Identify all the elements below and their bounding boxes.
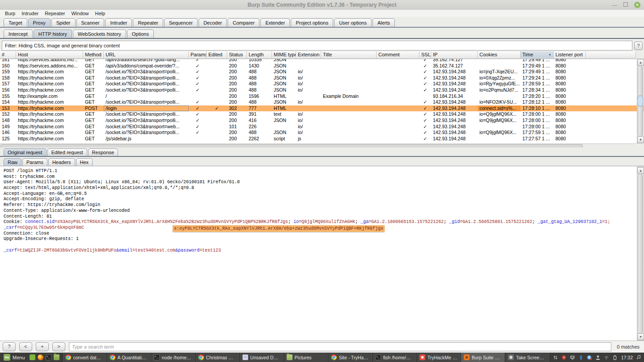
menu-window[interactable]: Window <box>68 10 92 17</box>
menu-intruder[interactable]: Intruder <box>18 10 42 17</box>
column-header-comment[interactable]: Comment <box>377 51 419 58</box>
battery-icon[interactable] <box>612 355 618 360</box>
show-desktop-icon[interactable] <box>30 354 35 360</box>
column-header-length[interactable]: Length <box>247 51 272 58</box>
tab-sequencer[interactable]: Sequencer <box>164 18 198 27</box>
menu-burp[interactable]: Burp <box>2 10 18 17</box>
table-row-146[interactable]: 146https://tryhackme.comGET/socket.io/?E… <box>0 130 644 136</box>
scroll-up-icon[interactable]: ▲ <box>637 59 644 66</box>
terminal-icon[interactable] <box>46 354 51 360</box>
user-icon[interactable] <box>595 355 601 360</box>
scroll-grip[interactable] <box>637 95 644 107</box>
tab-intruder[interactable]: Intruder <box>105 18 132 27</box>
task-button-unsaved-docu[interactable]: Unsaved Docu... <box>239 353 284 362</box>
skype-icon[interactable]: S <box>587 355 592 360</box>
search-next-button[interactable]: > <box>52 342 65 351</box>
network-arrows-icon[interactable] <box>553 355 558 360</box>
search-prev-button[interactable]: < <box>19 342 32 351</box>
table-row-154[interactable]: 154https://tryhackme.comGET/socket.io/?E… <box>0 99 644 105</box>
column-header-listener-port[interactable]: Listener port <box>554 51 586 58</box>
column-header-params[interactable]: Params <box>189 51 207 58</box>
table-vertical-scrollbar[interactable]: ▲ ▼ <box>637 59 644 143</box>
task-button-take-screenshot[interactable]: Take Screenshot <box>505 353 549 362</box>
viewtab-hex[interactable]: Hex <box>76 158 93 166</box>
table-row-158[interactable]: 158https://tryhackme.comGET/socket.io/?E… <box>0 75 644 81</box>
column-header-ip[interactable]: IP <box>431 51 478 58</box>
tab-repeater[interactable]: Repeater <box>133 18 163 27</box>
minimize-icon[interactable]: — <box>612 3 617 8</box>
table-row-156[interactable]: 156https://tryhackme.comGET/socket.io/?E… <box>0 87 644 93</box>
table-row-161[interactable]: 161https://services.addons.mo...GET/api/… <box>0 59 644 63</box>
task-button-a-quantitative-a[interactable]: A Quantitative A... <box>106 353 151 362</box>
editor-scroll-thumb[interactable] <box>638 173 643 334</box>
scroll-up-icon[interactable]: ▲ <box>637 167 644 174</box>
table-row-155[interactable]: 155http://example.comGET/2001596HTMLExam… <box>0 93 644 100</box>
tab-scanner[interactable]: Scanner <box>76 18 105 27</box>
menu-repeater[interactable]: Repeater <box>42 10 68 17</box>
firefox-icon[interactable] <box>38 354 43 360</box>
tab-proxy[interactable]: Proxy <box>28 18 51 27</box>
table-row-149[interactable]: 149https://tryhackme.comGET/socket.io/?E… <box>0 124 644 130</box>
tab-decoder[interactable]: Decoder <box>199 18 227 27</box>
tab-alerts[interactable]: Alerts <box>373 18 395 27</box>
close-icon[interactable]: ✕ <box>634 2 640 8</box>
table-row-159[interactable]: 159https://tryhackme.comGET/socket.io/?E… <box>0 69 644 75</box>
column-header-ssl[interactable]: SSL <box>419 51 431 58</box>
maximize-icon[interactable] <box>623 2 628 8</box>
subtab-websockets-history[interactable]: WebSockets history <box>73 29 126 38</box>
search-help-button[interactable]: ? <box>3 342 16 351</box>
table-scroll-thumb[interactable] <box>638 65 643 137</box>
table-row-148[interactable]: 148https://tryhackme.comGET/socket.io/?E… <box>0 118 644 124</box>
column-header-host[interactable]: Host <box>16 51 83 58</box>
files-icon[interactable] <box>54 354 59 360</box>
column-header-time[interactable]: Time▼ <box>521 51 554 58</box>
viewtab-headers[interactable]: Headers <box>48 158 75 166</box>
column-header-edited[interactable]: Edited <box>207 51 227 58</box>
task-button-burp-suite-com[interactable]: Burp Suite Com... <box>461 353 505 362</box>
column-header-status[interactable]: Status <box>227 51 247 58</box>
scroll-down-icon[interactable]: ▼ <box>637 136 644 143</box>
viewtab-params[interactable]: Params <box>22 158 47 166</box>
editor-vertical-scrollbar[interactable]: ▲ ▼ <box>637 167 644 341</box>
note-icon[interactable] <box>636 354 641 360</box>
tab-user-options[interactable]: User options <box>334 18 372 27</box>
tab-extender[interactable]: Extender <box>260 18 290 27</box>
column-header-title[interactable]: Title <box>321 51 377 58</box>
subtab-options[interactable]: Options <box>127 29 154 38</box>
table-row-153[interactable]: 153https://tryhackme.comPOST/login✓✓3027… <box>0 105 644 112</box>
task-button-convert-date-to[interactable]: convert date to ... <box>62 353 106 362</box>
tab-target[interactable]: Target <box>4 18 27 27</box>
subtab-http-history[interactable]: HTTP history <box>34 29 72 38</box>
search-input[interactable] <box>69 342 611 351</box>
filter-help-button[interactable]: ? <box>634 42 643 50</box>
search-options-button[interactable]: + <box>36 342 49 351</box>
reqtab-original-request[interactable]: Original request <box>4 148 47 156</box>
table-row-160[interactable]: 160https://services.addons.mo...GET/api/… <box>0 63 644 69</box>
reqtab-response[interactable]: Response <box>88 148 119 156</box>
task-button-site-tryhackm[interactable]: Site - TryHackM... <box>328 353 372 362</box>
table-row-152[interactable]: 152https://tryhackme.comGET/socket.io/?E… <box>0 111 644 118</box>
display-icon[interactable] <box>570 355 575 360</box>
column-header-mime-type[interactable]: MIME type <box>272 51 296 58</box>
subtab-intercept[interactable]: Intercept <box>4 29 33 38</box>
menu-button[interactable]: lm Menu <box>0 353 29 362</box>
task-button-christmas-chall[interactable]: Christmas Chall... <box>195 353 239 362</box>
sound-indicator[interactable] <box>636 354 641 362</box>
viewtab-raw[interactable]: Raw <box>4 158 21 166</box>
filter-text-box[interactable]: Filter: Hiding CSS, image and general bi… <box>2 41 632 51</box>
column-header-url[interactable]: URL <box>104 51 189 58</box>
tab-spider[interactable]: Spider <box>51 18 76 27</box>
menu-help[interactable]: Help <box>92 10 109 17</box>
tab-comparer[interactable]: Comparer <box>228 18 259 27</box>
task-button-tryhackme-lo[interactable]: TryHackMe | Lo... <box>416 353 461 362</box>
wifi-icon[interactable] <box>604 355 609 360</box>
column-header-[interactable]: # <box>0 51 16 58</box>
table-row-125[interactable]: 125https://tryhackme.comGET/js/sidebar.j… <box>0 136 644 142</box>
task-button-node-home-as[interactable]: node /home/as... <box>151 353 195 362</box>
task-button-fish-home-ashu[interactable]: fish /home/ashu <box>372 353 416 362</box>
column-header-extension[interactable]: Extension <box>296 51 321 58</box>
tab-project-options[interactable]: Project options <box>291 18 333 27</box>
table-row-157[interactable]: 157https://tryhackme.comGET/socket.io/?E… <box>0 81 644 87</box>
scroll-down-icon[interactable]: ▼ <box>637 333 644 340</box>
request-raw-view[interactable]: POST /login HTTP/1.1Host: tryhackme.comU… <box>0 166 637 341</box>
